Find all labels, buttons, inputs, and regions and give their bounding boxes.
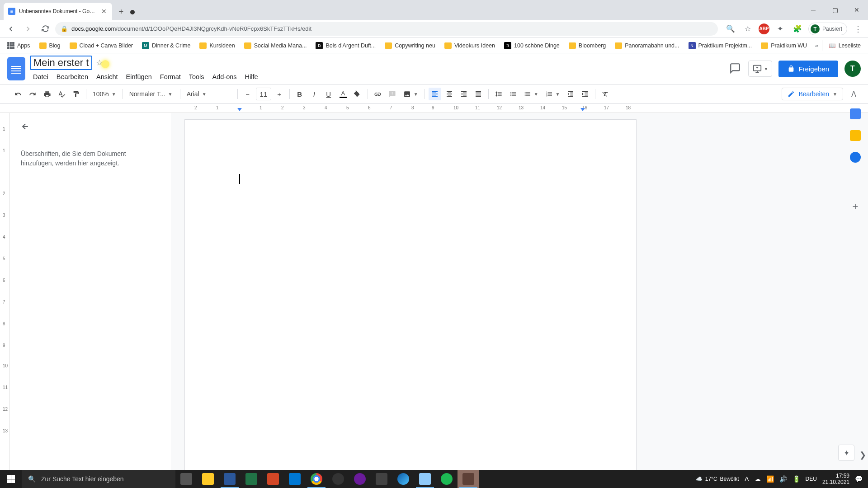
notepad-app-button[interactable] [414,470,436,488]
insert-link-button[interactable] [372,88,384,100]
chrome-menu-button[interactable]: ⋮ [852,24,864,34]
insert-comment-button[interactable] [386,88,399,100]
bookmark-item[interactable]: Kursideen [196,41,238,51]
add-addon-button[interactable]: + [853,201,859,212]
excel-app-button[interactable] [241,470,262,488]
app-button[interactable] [349,470,371,488]
menu-format[interactable]: Format [157,72,184,82]
tasks-addon-icon[interactable] [850,152,861,163]
bookmark-item[interactable]: MDinner & Crime [138,40,194,51]
forward-button[interactable] [21,22,35,36]
insert-image-button[interactable]: ▼ [401,90,421,98]
onedrive-icon[interactable]: ☁ [755,475,761,483]
app-button[interactable] [458,470,479,488]
bookmark-item[interactable]: Bloomberg [565,41,609,51]
bookmark-item[interactable]: Social Media Mana... [241,41,311,51]
bookmark-item[interactable]: Videokurs Ideen [441,41,499,51]
adblock-extension-icon[interactable]: ABP [759,23,769,34]
clear-formatting-button[interactable] [599,88,612,100]
bold-button[interactable]: B [293,88,306,100]
checklist-button[interactable] [507,90,519,98]
bookmark-item[interactable]: Praktikum WU [757,41,811,51]
increase-font-button[interactable]: + [273,88,286,100]
collapse-toolbar-button[interactable]: ᐱ [851,90,856,99]
print-button[interactable] [41,88,53,100]
notifications-icon[interactable]: 💬 [855,475,863,483]
increase-indent-button[interactable] [579,88,591,100]
extension-icon[interactable]: ✦ [774,23,787,35]
align-left-button[interactable] [429,88,441,100]
indent-marker-right-icon[interactable] [580,108,585,111]
powerpoint-app-button[interactable] [262,470,284,488]
obs-app-button[interactable] [327,470,349,488]
chrome-app-button[interactable] [306,470,327,488]
reload-button[interactable] [38,22,52,36]
tray-chevron-icon[interactable]: ᐱ [745,475,749,483]
align-justify-button[interactable] [472,88,485,100]
bookmark-item[interactable]: Panoramabahn und... [611,41,683,51]
address-bar[interactable]: 🔒 docs.google.com/document/d/1OOoPQeHD4J… [55,22,718,36]
menu-ansicht[interactable]: Ansicht [93,72,121,82]
highlight-color-button[interactable] [351,88,364,100]
word-app-button[interactable] [219,470,241,488]
font-size-input[interactable]: 11 [256,88,271,100]
calendar-addon-icon[interactable] [850,108,861,119]
network-icon[interactable]: 📶 [766,475,774,483]
clock[interactable]: 17:59 21.10.2021 [822,473,849,486]
indent-marker-left-icon[interactable] [237,108,242,111]
document-page[interactable] [184,119,637,470]
align-center-button[interactable] [443,88,456,100]
document-canvas[interactable]: ✦ [171,113,868,470]
reading-list-button[interactable]: 📖 Leseliste [822,40,864,51]
horizontal-ruler[interactable]: 2 1 1 2 3 4 5 6 7 8 9 10 11 12 13 14 15 … [0,104,868,113]
back-button[interactable] [4,22,18,36]
editing-mode-select[interactable]: Bearbeiten ▼ [782,88,843,100]
profile-indicator-icon[interactable] [130,10,135,14]
maximize-button[interactable]: ▢ [825,3,845,17]
menu-tools[interactable]: Tools [186,72,208,82]
next-page-button[interactable]: ❯ [859,450,866,460]
spotify-app-button[interactable] [436,470,458,488]
language-indicator[interactable]: DEU [806,476,817,482]
apps-shortcut[interactable]: Apps [4,40,34,51]
star-bookmark-icon[interactable]: ☆ [741,23,754,35]
account-avatar[interactable]: T [844,61,861,77]
line-spacing-button[interactable] [492,90,505,98]
italic-button[interactable]: I [308,88,321,100]
present-button[interactable]: ▼ [748,61,773,77]
text-color-button[interactable]: A [337,88,349,100]
bullet-list-button[interactable]: ▼ [521,90,541,98]
decrease-indent-button[interactable] [564,88,577,100]
close-window-button[interactable]: ✕ [846,3,867,17]
bookmark-item[interactable]: NPraktikum Projektm... [685,40,756,51]
edge-app-button[interactable] [392,470,414,488]
menu-hilfe[interactable]: Hilfe [242,72,261,82]
outline-back-button[interactable] [21,122,160,131]
numbered-list-button[interactable]: ▼ [543,90,563,98]
comments-icon[interactable] [729,62,742,75]
font-select[interactable]: Arial▼ [184,90,234,98]
new-tab-button[interactable]: + [115,5,127,18]
format-paint-button[interactable] [70,88,82,100]
file-explorer-button[interactable] [197,470,219,488]
underline-button[interactable]: U [322,88,335,100]
extensions-puzzle-icon[interactable]: 🧩 [791,23,804,35]
bookmark-item[interactable]: B100 schöne Dinge [500,40,563,51]
bookmark-item[interactable]: DBois d'Argent Duft... [312,40,379,51]
profile-paused-chip[interactable]: T Pausiert [808,23,847,35]
mail-app-button[interactable] [284,470,306,488]
taskbar-search[interactable]: 🔍 Zur Suche Text hier eingeben [22,470,175,488]
bookmark-item[interactable]: Cload + Canva Bilder [66,41,137,51]
volume-icon[interactable]: 🔊 [779,475,787,483]
spellcheck-button[interactable] [55,88,68,100]
undo-button[interactable] [12,88,24,100]
paragraph-style-select[interactable]: Normaler T...▼ [127,90,176,98]
menu-einfuegen[interactable]: Einfügen [123,72,155,82]
menu-bearbeiten[interactable]: Bearbeiten [53,72,91,82]
align-right-button[interactable] [458,88,470,100]
keep-addon-icon[interactable] [850,130,861,141]
weather-widget[interactable]: ☁️ 17°C Bewölkt [696,476,739,482]
explore-button[interactable]: ✦ [838,445,854,461]
minimize-button[interactable]: ─ [803,3,824,17]
app-button[interactable] [371,470,392,488]
